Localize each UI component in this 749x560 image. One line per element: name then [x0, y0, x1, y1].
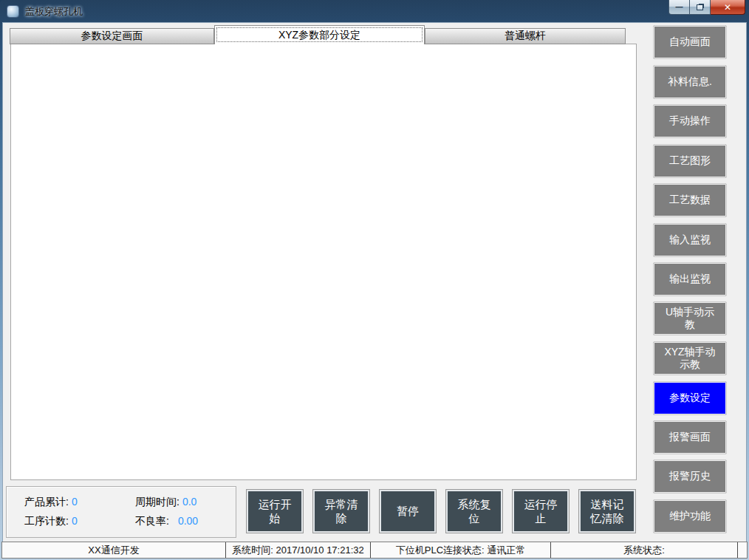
- status-system-state: 系统状态:: [551, 542, 738, 558]
- sidebar-item-manual-op[interactable]: 手动操作: [653, 104, 727, 138]
- sidebar-item-output-monitor[interactable]: 输出监视: [653, 262, 727, 296]
- pause-button[interactable]: 暂停: [379, 489, 437, 533]
- production-stats-panel: 产品累计:0 周期时间:0.0 工序计数:0 不良率:0.00: [6, 486, 236, 538]
- tab-param-setting[interactable]: 参数设定画面: [10, 28, 214, 44]
- sidebar-item-param-setting[interactable]: 参数设定: [653, 381, 727, 415]
- status-plc-connection: 下位机PLC连接状态: 通讯正常: [371, 542, 551, 558]
- sidebar-item-alarm-history[interactable]: 报警历史: [653, 460, 727, 494]
- window-controls: — ✕: [668, 0, 745, 15]
- minimize-icon[interactable]: —: [668, 0, 690, 15]
- app-icon: [7, 5, 19, 18]
- sidebar-item-xyz-axis-teach[interactable]: XYZ轴手动 示教: [653, 341, 727, 375]
- cycle-time-label: 周期时间:: [135, 496, 179, 508]
- restore-glyph: [697, 4, 703, 10]
- cycle-time-stat: 周期时间:0.0: [135, 496, 246, 509]
- app-window: 盖板穿螺孔机 — ✕ 参数设定画面 XYZ参数部分设定 普通螺杆 参数设定画面 …: [0, 0, 749, 560]
- process-count-stat: 工序计数:0: [24, 515, 135, 528]
- run-stop-button[interactable]: 运行停 止: [512, 489, 570, 533]
- status-bar: XX通信开发 系统时间: 2017/10/10 17:21:32 下位机PLC连…: [1, 542, 748, 559]
- sidebar-item-process-graph[interactable]: 工艺图形: [653, 144, 727, 178]
- product-total-label: 产品累计:: [24, 496, 69, 508]
- restore-icon[interactable]: [690, 0, 711, 15]
- product-total-value: 0: [72, 496, 78, 508]
- tab-xyz-param-setting[interactable]: XYZ参数部分设定: [214, 25, 425, 44]
- sidebar-item-alarm-screen[interactable]: 报警画面: [653, 420, 727, 454]
- run-start-button[interactable]: 运行开 始: [246, 489, 304, 533]
- main-panel: [10, 44, 637, 480]
- error-clear-button[interactable]: 异常清 除: [312, 489, 370, 533]
- defect-rate-stat: 不良率:0.00: [135, 515, 246, 528]
- sidebar-item-input-monitor[interactable]: 输入监视: [653, 223, 727, 257]
- window-title: 盖板穿螺孔机: [25, 5, 83, 18]
- tab-normal-screw[interactable]: 普通螺杆: [425, 28, 626, 44]
- title-bar[interactable]: 盖板穿螺孔机 — ✕: [0, 0, 749, 22]
- defect-rate-label: 不良率:: [135, 515, 169, 527]
- process-count-label: 工序计数:: [24, 515, 69, 527]
- process-count-value: 0: [72, 515, 78, 527]
- status-vendor: XX通信开发: [2, 542, 226, 558]
- product-total-stat: 产品累计:0: [24, 496, 135, 509]
- sidebar-item-u-axis-teach[interactable]: U轴手动示 教: [653, 301, 727, 335]
- sidebar-item-maintenance[interactable]: 维护功能: [653, 499, 727, 533]
- system-reset-button[interactable]: 系统复 位: [445, 489, 503, 533]
- feed-memory-clear-button[interactable]: 送料记 忆清除: [578, 489, 636, 533]
- cycle-time-value: 0.0: [182, 496, 196, 508]
- defect-rate-value: 0.00: [178, 515, 198, 527]
- sidebar-item-auto-screen[interactable]: 自动画面: [653, 25, 727, 59]
- sidebar-item-process-data[interactable]: 工艺数据: [653, 183, 727, 217]
- status-system-time: 系统时间: 2017/10/10 17:21:32: [226, 542, 371, 558]
- close-icon[interactable]: ✕: [711, 0, 745, 15]
- status-bar-cap: [738, 542, 747, 558]
- sidebar-item-refill-info[interactable]: 补料信息.: [653, 65, 727, 99]
